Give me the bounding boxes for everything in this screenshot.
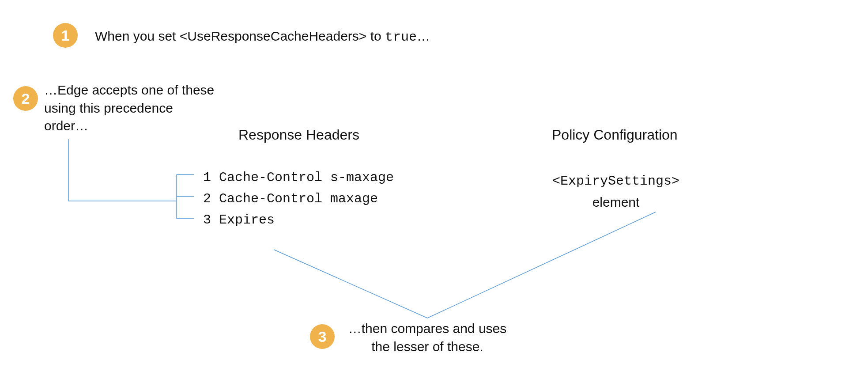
item-number: 2 — [203, 191, 211, 206]
item-label: Cache-Control s-maxage — [219, 170, 394, 185]
diagram: 1 When you set <UseResponseCacheHeaders>… — [0, 0, 868, 379]
policy-config-title: Policy Configuration — [552, 125, 678, 144]
response-headers-list: 1 Cache-Control s-maxage 2 Cache-Control… — [203, 167, 394, 231]
step3-line2: the lesser of these. — [371, 339, 483, 354]
policy-expiry-tag: <ExpirySettings> — [541, 172, 691, 190]
step2-line2: using this precedence — [44, 101, 173, 115]
item-label: Cache-Control maxage — [219, 191, 378, 206]
step2-line1: …Edge accepts one of these — [44, 83, 214, 97]
step3-line1: …then compares and uses — [348, 321, 507, 336]
step-badge-3: 3 — [310, 324, 335, 349]
item-number: 1 — [203, 170, 211, 185]
item-label: Expires — [219, 212, 275, 227]
step1-suffix: … — [417, 29, 430, 43]
response-headers-title: Response Headers — [238, 125, 359, 144]
step1-prefix: When you set — [95, 29, 180, 43]
item-number: 3 — [203, 212, 211, 227]
policy-element-word: element — [541, 193, 691, 212]
step1-mid: to — [366, 29, 385, 43]
step1-tag: <UseResponseCacheHeaders> — [180, 29, 367, 43]
step1-value: true — [385, 30, 417, 45]
list-item: 1 Cache-Control s-maxage — [203, 167, 394, 188]
badge-number: 3 — [318, 328, 327, 345]
step-badge-1: 1 — [53, 23, 78, 48]
step-3-text: …then compares and uses the lesser of th… — [343, 320, 511, 356]
step-badge-2: 2 — [13, 86, 38, 111]
step2-line3: order… — [44, 118, 88, 133]
step-2-text: …Edge accepts one of these using this pr… — [44, 81, 214, 135]
list-item: 2 Cache-Control maxage — [203, 188, 394, 209]
list-item: 3 Expires — [203, 209, 394, 231]
step-1-text: When you set <UseResponseCacheHeaders> t… — [95, 27, 430, 46]
badge-number: 1 — [61, 27, 70, 44]
badge-number: 2 — [22, 90, 30, 107]
